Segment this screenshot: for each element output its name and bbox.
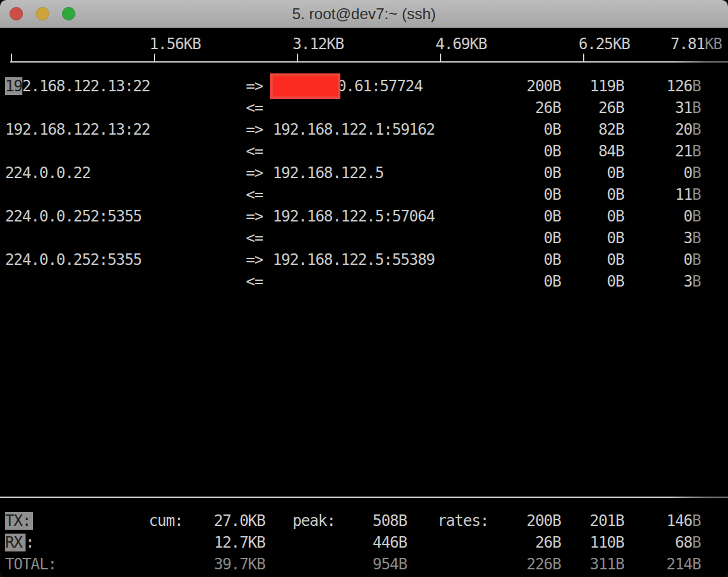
scale-label-value: 4.69KB bbox=[436, 35, 487, 53]
rx-traffic-bar: RX bbox=[5, 534, 26, 551]
rate-40s-value: 31B bbox=[675, 97, 701, 119]
rate-unit: B bbox=[692, 99, 701, 117]
direction-arrow: => bbox=[246, 249, 263, 271]
rate-num: 68 bbox=[675, 534, 692, 551]
direction-arrow: => bbox=[246, 119, 263, 140]
tx-rate-40s: 146B bbox=[667, 510, 701, 532]
rate-2s-value: 26B bbox=[535, 97, 561, 119]
rate-2s-value: 0B bbox=[543, 249, 561, 271]
tx-cum-value: 27.0KB bbox=[214, 510, 265, 532]
rate-40s-value: 0B bbox=[683, 249, 701, 271]
footer-divider-line bbox=[0, 497, 728, 498]
rate-unit: B bbox=[692, 186, 701, 204]
rx-cum-value: 12.7KB bbox=[214, 532, 265, 553]
scale-label: 4.69KB bbox=[436, 33, 487, 55]
remote-address-text: 192.168.122.5 bbox=[273, 164, 384, 182]
local-address: 224.0.0.252:5355 bbox=[5, 249, 142, 271]
rate-10s-value: 26B bbox=[598, 97, 624, 119]
rate-num: 11 bbox=[675, 186, 692, 204]
connection-row: 224.0.0.252:5355=>192.168.122.5:570640B0… bbox=[0, 206, 728, 227]
rate-40s-value: 3B bbox=[683, 227, 701, 249]
local-address-text: 2.168.122.13:22 bbox=[22, 77, 150, 95]
rate-num: 126 bbox=[667, 77, 692, 95]
rate-unit: B bbox=[692, 512, 701, 530]
rate-num: 3 bbox=[683, 273, 692, 290]
rate-unit: B bbox=[692, 534, 701, 551]
rate-unit: B bbox=[692, 164, 701, 182]
remote-address-text: 0.61:57724 bbox=[337, 75, 423, 97]
footer-row-rx: RX: 12.7KB 446B 26B 110B 68B bbox=[0, 532, 728, 553]
rate-2s-value: 0B bbox=[543, 227, 561, 249]
remote-address-text: 192.168.122.5:55389 bbox=[273, 251, 435, 269]
connection-row: 192.168.122.13:22=>192.168.122.1:591620B… bbox=[0, 119, 728, 140]
rate-10s-value: 0B bbox=[607, 162, 624, 184]
window-title: 5. root@dev7:~ (ssh) bbox=[0, 0, 728, 27]
scale-label: 7.81KB bbox=[671, 33, 722, 55]
terminal-window: 5. root@dev7:~ (ssh) 1.56KB3.12KB4.69KB6… bbox=[0, 0, 728, 577]
local-address-text: 224.0.0.22 bbox=[5, 164, 91, 182]
footer-row-tx: TX: cum: 27.0KB peak: 508B rates: 200B 2… bbox=[0, 510, 728, 532]
rate-10s-value: 84B bbox=[598, 140, 624, 162]
total-rate-2s: 226B bbox=[527, 553, 561, 575]
rate-10s-value: 0B bbox=[607, 206, 624, 227]
rate-unit: B bbox=[692, 251, 701, 269]
direction-arrow: <= bbox=[246, 271, 263, 292]
rate-10s-value: 82B bbox=[598, 119, 624, 140]
tx-peak-value: 508B bbox=[373, 510, 407, 532]
local-address: 224.0.0.252:5355 bbox=[5, 206, 142, 227]
direction-arrow: => bbox=[246, 162, 263, 184]
rate-40s-value: 3B bbox=[683, 271, 701, 292]
total-cum-value: 39.7KB bbox=[214, 553, 265, 575]
connection-row: <=0B0B11B bbox=[0, 184, 728, 206]
cum-label: cum: bbox=[149, 510, 183, 532]
rx-rate-2s: 26B bbox=[535, 532, 561, 553]
scale-label-value: 6.25KB bbox=[579, 35, 630, 53]
rate-40s-value: 126B bbox=[667, 75, 701, 97]
connection-row: <=26B26B31B bbox=[0, 97, 728, 119]
rx-rate-40s: 68B bbox=[675, 532, 701, 553]
connection-row: <=0B0B3B bbox=[0, 271, 728, 292]
scale-label: 1.56KB bbox=[149, 33, 201, 55]
rate-2s-value: 0B bbox=[543, 119, 561, 140]
rx-label: RX: bbox=[5, 532, 34, 553]
rate-10s-value: 0B bbox=[607, 184, 624, 206]
peak-label: peak: bbox=[292, 510, 335, 532]
scale-label-unit: KB bbox=[704, 35, 722, 53]
window-titlebar[interactable]: 5. root@dev7:~ (ssh) bbox=[0, 0, 728, 28]
direction-arrow: => bbox=[246, 206, 263, 227]
scale-label: 3.12KB bbox=[292, 33, 344, 55]
rate-unit: B bbox=[692, 229, 701, 247]
rate-2s-value: 0B bbox=[543, 206, 561, 227]
remote-address: 192.168.122.5:57064 bbox=[273, 206, 435, 227]
scale-label-value: 1.56KB bbox=[149, 35, 201, 53]
rate-unit: B bbox=[692, 273, 701, 290]
remote-address: 192.168.122.5 bbox=[273, 162, 384, 184]
rate-2s-value: 0B bbox=[543, 140, 561, 162]
rate-10s-value: 0B bbox=[607, 271, 624, 292]
rate-num: 21 bbox=[675, 142, 692, 160]
rate-10s-value: 119B bbox=[590, 75, 624, 97]
rate-10s-value: 0B bbox=[607, 249, 624, 271]
terminal-screen[interactable]: 1.56KB3.12KB4.69KB6.25KB7.81KB 192.168.1… bbox=[0, 28, 728, 577]
rx-peak-value: 446B bbox=[373, 532, 407, 553]
rate-2s-value: 0B bbox=[543, 184, 561, 206]
tx-label: TX: bbox=[5, 510, 33, 532]
direction-arrow: <= bbox=[246, 140, 263, 162]
direction-arrow: => bbox=[246, 75, 263, 97]
tx-rate-2s: 200B bbox=[527, 510, 561, 532]
local-address-text: 192.168.122.13:22 bbox=[5, 121, 150, 139]
rate-40s-value: 0B bbox=[683, 162, 701, 184]
rate-unit: B bbox=[692, 77, 701, 95]
scale-axis-line bbox=[10, 61, 728, 63]
rate-40s-value: 20B bbox=[675, 119, 701, 140]
remote-address-text: 192.168.122.5:57064 bbox=[273, 207, 435, 225]
rate-unit: B bbox=[692, 207, 701, 225]
direction-arrow: <= bbox=[246, 184, 263, 206]
rate-num: 146 bbox=[667, 512, 692, 530]
rate-2s-value: 0B bbox=[543, 162, 561, 184]
rx-rate-10s: 110B bbox=[590, 532, 624, 553]
rate-40s-value: 11B bbox=[675, 184, 701, 206]
rate-num: 0 bbox=[683, 207, 692, 225]
total-rate-40s: 214B bbox=[667, 553, 701, 575]
rx-label-colon: : bbox=[26, 534, 34, 551]
